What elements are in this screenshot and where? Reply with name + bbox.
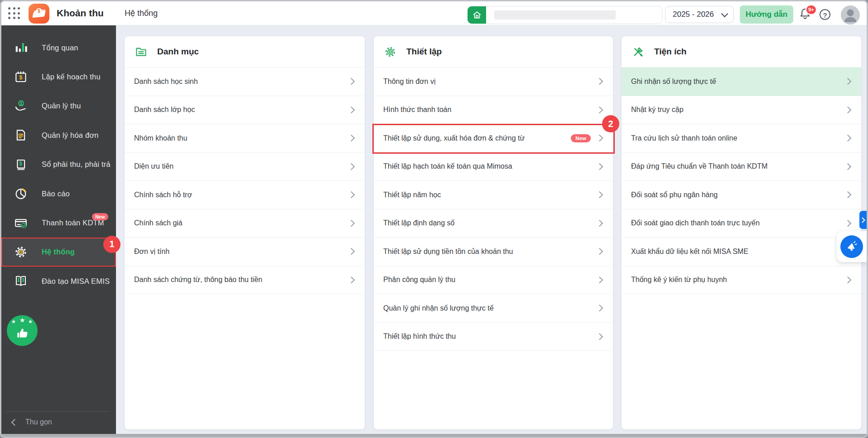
sidebar-item-1[interactable]: $Lập kế hoạch thu	[1, 62, 116, 91]
sidebar-item-label: Báo cáo	[42, 190, 70, 198]
menu-row-0-0[interactable]: Danh sách học sinh	[125, 68, 365, 96]
user-avatar[interactable]	[841, 5, 860, 24]
redacted-school-name	[494, 10, 616, 19]
menu-row-label: Chính sách hỗ trợ	[134, 191, 349, 199]
sidebar-item-label: Quản lý thu	[42, 102, 81, 110]
announcement-card	[837, 231, 867, 262]
folder-list-icon	[135, 46, 147, 58]
svg-text:$: $	[20, 101, 23, 106]
menu-row-label: Đơn vị tính	[134, 248, 349, 256]
chevron-right-icon	[596, 106, 603, 113]
home-icon[interactable]	[468, 6, 486, 24]
card-title: Danh mục	[157, 47, 199, 57]
menu-row-2-7[interactable]: Thống kê ý kiến từ phụ huynh	[622, 266, 861, 295]
chevron-right-icon	[596, 191, 603, 199]
chevron-right-icon	[596, 333, 603, 340]
sidebar-divider	[6, 411, 110, 412]
menu-row-label: Đối soát giao dịch thanh toán trực tuyến	[631, 219, 845, 227]
menu-row-label: Diện ưu tiên	[134, 162, 349, 170]
menu-row-label: Đối soát sổ phụ ngân hàng	[631, 191, 845, 199]
sidebar-item-0[interactable]: Tổng quan	[1, 33, 116, 62]
menu-row-1-4[interactable]: Thiết lập năm học	[374, 181, 613, 209]
menu-row-1-1[interactable]: Hình thức thanh toán	[374, 96, 613, 125]
sidebar-item-label: Tổng quan	[42, 44, 78, 52]
sidebar-item-label: Đào tạo MISA EMIS	[42, 277, 110, 286]
school-year-select[interactable]: 2025 - 2026	[665, 6, 734, 23]
chevron-right-icon	[348, 276, 355, 283]
menu-row-1-3[interactable]: Thiết lập hạch toán kế toán qua Mimosa	[374, 153, 613, 181]
tools-icon	[632, 46, 644, 58]
svg-text:$: $	[19, 74, 23, 81]
new-badge: New	[92, 213, 108, 220]
card-check-icon	[14, 216, 29, 230]
sidebar-item-label: Sổ phải thu, phải trả	[42, 160, 111, 169]
breadcrumb: Hệ thống	[125, 9, 158, 18]
collapse-sidebar-button[interactable]: Thu gọn	[12, 414, 52, 431]
menu-row-label: Nhóm khoản thu	[134, 134, 349, 142]
menu-row-1-5[interactable]: Thiết lập định dạng số	[374, 209, 613, 238]
menu-row-label: Quản lý ghi nhận số lượng thực tế	[383, 304, 597, 312]
menu-row-2-3[interactable]: Đáp ứng Tiêu chuẩn về Thanh toán KDTM	[622, 153, 861, 181]
chevron-right-icon	[348, 248, 355, 255]
chevron-right-icon	[596, 135, 603, 142]
gear-icon	[14, 245, 29, 259]
sidebar-item-4[interactable]: $Sổ phải thu, phải trả	[1, 150, 116, 179]
menu-row-0-4[interactable]: Chính sách hỗ trợ	[125, 181, 365, 209]
app-title: Khoản thu	[57, 8, 104, 19]
menu-row-2-1[interactable]: Nhật ký truy cập	[622, 96, 861, 125]
sidebar-item-2[interactable]: $Quản lý thu	[1, 92, 116, 121]
menu-row-label: Thiết lập sử dụng tiền tồn của khoản thu	[383, 248, 597, 256]
app-grid-icon[interactable]	[8, 7, 21, 20]
menu-row-2-4[interactable]: Đối soát sổ phụ ngân hàng	[622, 181, 861, 209]
chevron-right-icon	[859, 217, 865, 223]
feedback-thumbs-up-button[interactable]: ★ ★ ★	[7, 315, 38, 346]
menu-row-2-6[interactable]: Xuất khẩu dữ liệu kết nối MISA SME	[622, 238, 861, 266]
notifications-bell-icon[interactable]: 9+	[798, 6, 814, 22]
menu-row-0-1[interactable]: Danh sách lớp học	[125, 96, 365, 125]
menu-row-0-3[interactable]: Diện ưu tiên	[125, 153, 365, 181]
school-search-input[interactable]	[468, 6, 662, 24]
chevron-right-icon	[348, 135, 355, 142]
invoice-icon	[14, 128, 29, 142]
card-header: Tiện ích	[622, 36, 861, 68]
sidebar-item-7[interactable]: Hệ thống1	[1, 238, 116, 267]
expand-panel-tab[interactable]	[859, 211, 867, 229]
menu-row-label: Thiết lập hạch toán kế toán qua Mimosa	[383, 162, 597, 170]
menu-row-label: Thiết lập năm học	[383, 191, 597, 199]
menu-row-label: Thống kê ý kiến từ phụ huynh	[631, 276, 845, 284]
chevron-right-icon	[596, 305, 603, 312]
card-1: Thiết lậpThông tin đơn vịHình thức thanh…	[374, 36, 613, 429]
chevron-down-icon	[721, 10, 728, 17]
help-icon[interactable]: ?	[820, 9, 830, 20]
guide-button[interactable]: Hướng dẫn	[740, 5, 793, 24]
menu-row-1-2[interactable]: Thiết lập sử dụng, xuất hóa đơn & chứng …	[374, 124, 613, 153]
menu-row-1-7[interactable]: Phân công quản lý thu	[374, 266, 613, 295]
sidebar-item-8[interactable]: Đào tạo MISA EMIS	[1, 267, 116, 296]
menu-row-1-8[interactable]: Quản lý ghi nhận số lượng thực tế	[374, 294, 613, 323]
menu-row-2-0[interactable]: Ghi nhận số lượng thực tế	[622, 68, 861, 96]
sidebar-item-3[interactable]: Quản lý hóa đơn	[1, 121, 116, 150]
menu-row-0-2[interactable]: Nhóm khoản thu	[125, 124, 365, 153]
chevron-right-icon	[596, 248, 603, 255]
announcement-button[interactable]	[840, 235, 863, 258]
menu-row-0-7[interactable]: Danh sách chứng từ, thông báo thu tiền	[125, 266, 365, 295]
card-0: Danh mụcDanh sách học sinhDanh sách lớp …	[125, 36, 365, 429]
menu-row-1-6[interactable]: Thiết lập sử dụng tiền tồn của khoản thu	[374, 238, 613, 266]
new-badge: New	[571, 134, 591, 142]
menu-row-label: Ghi nhận số lượng thực tế	[631, 78, 845, 86]
sidebar-item-6[interactable]: Thanh toán KDTMNew	[1, 208, 116, 237]
megaphone-icon	[844, 238, 860, 255]
chevron-right-icon	[596, 78, 603, 85]
collapse-label: Thu gọn	[25, 418, 52, 426]
menu-row-1-9[interactable]: Thiết lập hình thức thu	[374, 323, 613, 351]
menu-row-1-0[interactable]: Thông tin đơn vị	[374, 68, 613, 96]
horizontal-scrollbar[interactable]	[1, 434, 867, 437]
card-title: Tiện ích	[654, 47, 686, 57]
sidebar-item-5[interactable]: Báo cáo	[1, 179, 116, 208]
menu-row-2-5[interactable]: Đối soát giao dịch thanh toán trực tuyến	[622, 209, 861, 238]
menu-row-0-6[interactable]: Đơn vị tính	[125, 238, 365, 266]
menu-row-2-2[interactable]: Tra cứu lịch sử thanh toán online	[622, 124, 861, 153]
menu-row-0-5[interactable]: Chính sách giá	[125, 209, 365, 238]
thumbs-up-icon	[14, 325, 31, 341]
bar-chart-icon	[14, 41, 29, 54]
